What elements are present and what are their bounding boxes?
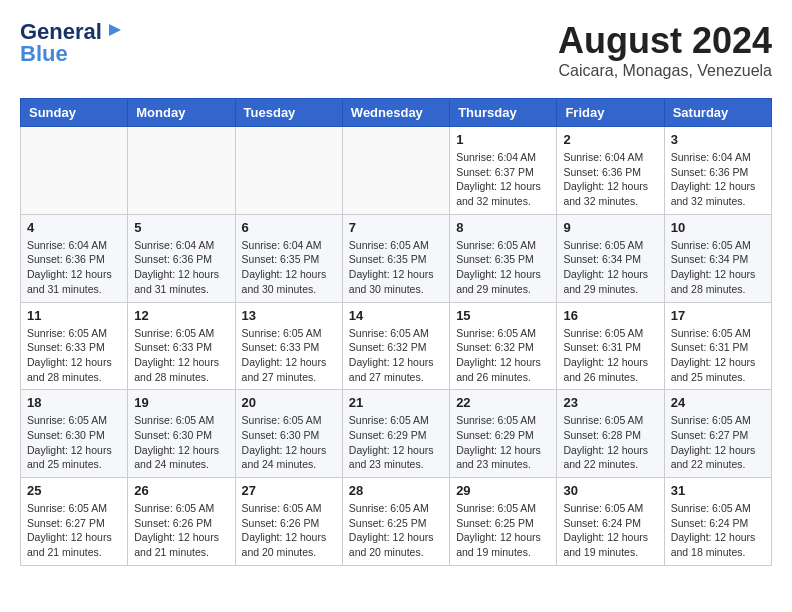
svg-marker-0 [109, 24, 121, 36]
calendar-day-header: Thursday [450, 99, 557, 127]
cell-info: Sunrise: 6:04 AM Sunset: 6:36 PM Dayligh… [671, 150, 765, 209]
cell-info: Sunrise: 6:04 AM Sunset: 6:36 PM Dayligh… [563, 150, 657, 209]
calendar-cell: 4Sunrise: 6:04 AM Sunset: 6:36 PM Daylig… [21, 214, 128, 302]
calendar-week-row: 18Sunrise: 6:05 AM Sunset: 6:30 PM Dayli… [21, 390, 772, 478]
cell-date-number: 8 [456, 220, 550, 235]
calendar-day-header: Monday [128, 99, 235, 127]
calendar-cell: 24Sunrise: 6:05 AM Sunset: 6:27 PM Dayli… [664, 390, 771, 478]
calendar-cell: 6Sunrise: 6:04 AM Sunset: 6:35 PM Daylig… [235, 214, 342, 302]
cell-date-number: 7 [349, 220, 443, 235]
cell-date-number: 28 [349, 483, 443, 498]
calendar-day-header: Tuesday [235, 99, 342, 127]
cell-info: Sunrise: 6:05 AM Sunset: 6:34 PM Dayligh… [563, 238, 657, 297]
cell-date-number: 25 [27, 483, 121, 498]
cell-info: Sunrise: 6:05 AM Sunset: 6:30 PM Dayligh… [242, 413, 336, 472]
cell-date-number: 10 [671, 220, 765, 235]
calendar-cell: 21Sunrise: 6:05 AM Sunset: 6:29 PM Dayli… [342, 390, 449, 478]
calendar-cell: 5Sunrise: 6:04 AM Sunset: 6:36 PM Daylig… [128, 214, 235, 302]
calendar-cell [128, 127, 235, 215]
calendar-cell [235, 127, 342, 215]
cell-date-number: 16 [563, 308, 657, 323]
calendar-day-header: Sunday [21, 99, 128, 127]
calendar-cell: 23Sunrise: 6:05 AM Sunset: 6:28 PM Dayli… [557, 390, 664, 478]
calendar-cell: 29Sunrise: 6:05 AM Sunset: 6:25 PM Dayli… [450, 478, 557, 566]
cell-date-number: 24 [671, 395, 765, 410]
cell-info: Sunrise: 6:05 AM Sunset: 6:24 PM Dayligh… [671, 501, 765, 560]
cell-date-number: 3 [671, 132, 765, 147]
cell-info: Sunrise: 6:05 AM Sunset: 6:34 PM Dayligh… [671, 238, 765, 297]
calendar-cell: 9Sunrise: 6:05 AM Sunset: 6:34 PM Daylig… [557, 214, 664, 302]
cell-date-number: 13 [242, 308, 336, 323]
calendar-cell: 16Sunrise: 6:05 AM Sunset: 6:31 PM Dayli… [557, 302, 664, 390]
cell-date-number: 1 [456, 132, 550, 147]
calendar-cell [21, 127, 128, 215]
cell-date-number: 31 [671, 483, 765, 498]
calendar-week-row: 1Sunrise: 6:04 AM Sunset: 6:37 PM Daylig… [21, 127, 772, 215]
calendar-cell: 13Sunrise: 6:05 AM Sunset: 6:33 PM Dayli… [235, 302, 342, 390]
cell-date-number: 5 [134, 220, 228, 235]
cell-info: Sunrise: 6:05 AM Sunset: 6:26 PM Dayligh… [242, 501, 336, 560]
cell-info: Sunrise: 6:05 AM Sunset: 6:33 PM Dayligh… [134, 326, 228, 385]
calendar-cell: 14Sunrise: 6:05 AM Sunset: 6:32 PM Dayli… [342, 302, 449, 390]
calendar-day-header: Saturday [664, 99, 771, 127]
cell-date-number: 23 [563, 395, 657, 410]
cell-info: Sunrise: 6:05 AM Sunset: 6:32 PM Dayligh… [349, 326, 443, 385]
cell-info: Sunrise: 6:04 AM Sunset: 6:36 PM Dayligh… [134, 238, 228, 297]
calendar-cell: 12Sunrise: 6:05 AM Sunset: 6:33 PM Dayli… [128, 302, 235, 390]
cell-info: Sunrise: 6:05 AM Sunset: 6:27 PM Dayligh… [27, 501, 121, 560]
calendar-week-row: 4Sunrise: 6:04 AM Sunset: 6:36 PM Daylig… [21, 214, 772, 302]
calendar-cell: 25Sunrise: 6:05 AM Sunset: 6:27 PM Dayli… [21, 478, 128, 566]
cell-info: Sunrise: 6:05 AM Sunset: 6:27 PM Dayligh… [671, 413, 765, 472]
cell-info: Sunrise: 6:05 AM Sunset: 6:35 PM Dayligh… [456, 238, 550, 297]
calendar-cell: 10Sunrise: 6:05 AM Sunset: 6:34 PM Dayli… [664, 214, 771, 302]
calendar-cell: 7Sunrise: 6:05 AM Sunset: 6:35 PM Daylig… [342, 214, 449, 302]
cell-date-number: 27 [242, 483, 336, 498]
cell-date-number: 19 [134, 395, 228, 410]
calendar-cell: 3Sunrise: 6:04 AM Sunset: 6:36 PM Daylig… [664, 127, 771, 215]
cell-date-number: 15 [456, 308, 550, 323]
cell-date-number: 9 [563, 220, 657, 235]
cell-info: Sunrise: 6:05 AM Sunset: 6:26 PM Dayligh… [134, 501, 228, 560]
cell-date-number: 26 [134, 483, 228, 498]
page-title: August 2024 [558, 20, 772, 62]
cell-info: Sunrise: 6:05 AM Sunset: 6:30 PM Dayligh… [134, 413, 228, 472]
cell-info: Sunrise: 6:04 AM Sunset: 6:35 PM Dayligh… [242, 238, 336, 297]
cell-date-number: 29 [456, 483, 550, 498]
calendar-day-header: Friday [557, 99, 664, 127]
logo-blue-text: Blue [20, 42, 124, 66]
page-subtitle: Caicara, Monagas, Venezuela [558, 62, 772, 80]
cell-date-number: 22 [456, 395, 550, 410]
cell-date-number: 18 [27, 395, 121, 410]
cell-info: Sunrise: 6:05 AM Sunset: 6:35 PM Dayligh… [349, 238, 443, 297]
cell-info: Sunrise: 6:05 AM Sunset: 6:30 PM Dayligh… [27, 413, 121, 472]
cell-info: Sunrise: 6:05 AM Sunset: 6:31 PM Dayligh… [563, 326, 657, 385]
calendar-week-row: 11Sunrise: 6:05 AM Sunset: 6:33 PM Dayli… [21, 302, 772, 390]
calendar-cell: 22Sunrise: 6:05 AM Sunset: 6:29 PM Dayli… [450, 390, 557, 478]
calendar-cell: 1Sunrise: 6:04 AM Sunset: 6:37 PM Daylig… [450, 127, 557, 215]
cell-info: Sunrise: 6:05 AM Sunset: 6:33 PM Dayligh… [27, 326, 121, 385]
cell-date-number: 6 [242, 220, 336, 235]
cell-date-number: 11 [27, 308, 121, 323]
calendar-header-row: SundayMondayTuesdayWednesdayThursdayFrid… [21, 99, 772, 127]
logo-arrow-icon [106, 21, 124, 39]
cell-date-number: 12 [134, 308, 228, 323]
cell-info: Sunrise: 6:05 AM Sunset: 6:25 PM Dayligh… [456, 501, 550, 560]
cell-date-number: 30 [563, 483, 657, 498]
calendar-cell: 15Sunrise: 6:05 AM Sunset: 6:32 PM Dayli… [450, 302, 557, 390]
calendar-day-header: Wednesday [342, 99, 449, 127]
cell-info: Sunrise: 6:05 AM Sunset: 6:31 PM Dayligh… [671, 326, 765, 385]
cell-info: Sunrise: 6:05 AM Sunset: 6:28 PM Dayligh… [563, 413, 657, 472]
calendar-cell: 17Sunrise: 6:05 AM Sunset: 6:31 PM Dayli… [664, 302, 771, 390]
calendar-week-row: 25Sunrise: 6:05 AM Sunset: 6:27 PM Dayli… [21, 478, 772, 566]
cell-date-number: 2 [563, 132, 657, 147]
logo-container: General Blue [20, 20, 124, 66]
cell-date-number: 21 [349, 395, 443, 410]
calendar-table: SundayMondayTuesdayWednesdayThursdayFrid… [20, 98, 772, 566]
calendar-cell: 28Sunrise: 6:05 AM Sunset: 6:25 PM Dayli… [342, 478, 449, 566]
page-header: General Blue August 2024 Caicara, Monaga… [20, 20, 772, 88]
cell-info: Sunrise: 6:05 AM Sunset: 6:25 PM Dayligh… [349, 501, 443, 560]
title-section: August 2024 Caicara, Monagas, Venezuela [558, 20, 772, 80]
calendar-cell: 20Sunrise: 6:05 AM Sunset: 6:30 PM Dayli… [235, 390, 342, 478]
cell-date-number: 17 [671, 308, 765, 323]
calendar-cell: 8Sunrise: 6:05 AM Sunset: 6:35 PM Daylig… [450, 214, 557, 302]
